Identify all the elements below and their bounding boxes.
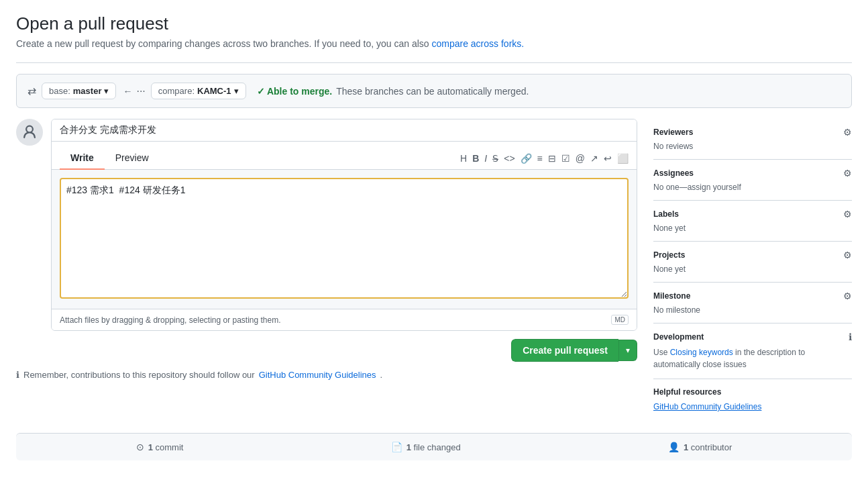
tab-preview[interactable]: Preview (105, 147, 160, 170)
merge-check-icon: ✓ Able to merge. (257, 86, 333, 97)
compare-branch-name: KAMC-1 (197, 86, 231, 96)
projects-title: Projects (653, 250, 685, 260)
task-list-icon[interactable]: ☑ (561, 153, 570, 164)
assignees-header: Assignees ⚙ (653, 168, 852, 179)
compare-chevron-icon: ▾ (234, 86, 239, 96)
textarea-wrapper: #123 需求1 #124 研发任务1 (52, 170, 637, 309)
reviewers-gear-icon[interactable]: ⚙ (843, 127, 852, 138)
labels-header: Labels ⚙ (653, 209, 852, 219)
pr-form: Write Preview H B I S̶ <> 🔗 ≡ ⊟ ☑ (51, 119, 637, 331)
commits-text: 1 commit (148, 442, 184, 452)
base-branch-select[interactable]: base: master ▾ (42, 83, 116, 99)
toolbar: H B I S̶ <> 🔗 ≡ ⊟ ☑ @ ↗ ↩ ⬜ (460, 153, 629, 164)
development-text: Use Closing keywords in the description … (653, 346, 852, 370)
labels-section: Labels ⚙ None yet (653, 201, 852, 242)
branch-bar: ⇄ base: master ▾ ← ··· compare: KAMC-1 ▾… (16, 74, 852, 108)
avatar (16, 119, 43, 146)
contributors-text: 1 contributor (684, 442, 732, 452)
footer-text: Remember, contributions to this reposito… (23, 370, 255, 380)
compare-branch-select[interactable]: compare: KAMC-1 ▾ (151, 83, 246, 99)
more-options-icon[interactable]: ··· (136, 85, 145, 97)
commits-icon: ⊙ (136, 442, 144, 452)
undo-icon[interactable]: ↩ (604, 153, 612, 164)
merge-status: ✓ Able to merge. These branches can be a… (257, 86, 529, 97)
labels-value: None yet (653, 223, 852, 233)
attach-text: Attach files by dragging & dropping, sel… (60, 315, 281, 325)
projects-section: Projects ⚙ None yet (653, 242, 852, 283)
tab-bar: Write Preview H B I S̶ <> 🔗 ≡ ⊟ ☑ (52, 142, 637, 170)
milestone-value: No milestone (653, 305, 852, 315)
reviewers-section: Reviewers ⚙ No reviews (653, 119, 852, 160)
files-icon: 📄 (391, 442, 402, 452)
code-icon[interactable]: <> (504, 153, 514, 164)
fullscreen-icon[interactable]: ⬜ (617, 153, 629, 164)
helpful-resources-section: Helpful resources GitHub Community Guide… (653, 379, 852, 419)
left-panel: Write Preview H B I S̶ <> 🔗 ≡ ⊟ ☑ (16, 119, 637, 419)
development-info-icon: ℹ (849, 332, 852, 342)
pr-form-row: Write Preview H B I S̶ <> 🔗 ≡ ⊟ ☑ (16, 119, 637, 331)
bold-icon[interactable]: B (472, 153, 479, 164)
assignees-title: Assignees (653, 168, 694, 178)
projects-gear-icon[interactable]: ⚙ (843, 250, 852, 260)
compare-label: compare: (158, 86, 195, 96)
page-subtitle: Create a new pull request by comparing c… (16, 38, 852, 49)
contributors-stat: 👤 1 contributor (668, 442, 732, 452)
compare-forks-link[interactable]: compare across forks. (431, 38, 524, 49)
pr-title-input[interactable] (52, 119, 637, 142)
attach-bar: Attach files by dragging & dropping, sel… (52, 309, 637, 330)
base-label: base: (49, 86, 70, 96)
assignees-gear-icon[interactable]: ⚙ (843, 168, 852, 179)
base-chevron-icon: ▾ (104, 86, 109, 96)
create-pull-request-dropdown-button[interactable]: ▾ (618, 340, 637, 361)
footer-period: . (380, 370, 383, 380)
info-icon: ℹ (16, 370, 19, 380)
base-branch-name: master (73, 86, 102, 96)
switch-branches-icon: ⇄ (28, 85, 36, 97)
helpful-resources-link[interactable]: GitHub Community Guidelines (653, 402, 761, 411)
assignees-section: Assignees ⚙ No one—assign yourself (653, 160, 852, 201)
italic-icon[interactable]: I (484, 153, 487, 164)
reviewers-value: No reviews (653, 142, 852, 151)
create-pull-request-button-group: Create pull request ▾ (511, 339, 637, 362)
main-content: Write Preview H B I S̶ <> 🔗 ≡ ⊟ ☑ (16, 119, 852, 419)
development-title: Development (653, 332, 704, 342)
closing-keywords-link[interactable]: Closing keywords (670, 348, 733, 357)
milestone-title: Milestone (653, 291, 690, 301)
unordered-list-icon[interactable]: ≡ (537, 153, 543, 164)
projects-header: Projects ⚙ (653, 250, 852, 260)
development-header: Development ℹ (653, 332, 852, 342)
mention-icon[interactable]: @ (576, 153, 585, 164)
heading-icon[interactable]: H (460, 153, 467, 164)
development-section: Development ℹ Use Closing keywords in th… (653, 323, 852, 379)
tab-write[interactable]: Write (60, 147, 105, 170)
right-panel: Reviewers ⚙ No reviews Assignees ⚙ No on… (653, 119, 852, 419)
create-pull-request-button[interactable]: Create pull request (511, 339, 618, 362)
link-icon[interactable]: 🔗 (521, 153, 532, 164)
milestone-gear-icon[interactable]: ⚙ (843, 291, 852, 301)
milestone-section: Milestone ⚙ No milestone (653, 283, 852, 323)
reference-icon[interactable]: ↗ (590, 153, 598, 164)
markdown-badge: MD (611, 315, 629, 325)
ordered-list-icon[interactable]: ⊟ (548, 153, 556, 164)
commits-stat: ⊙ 1 commit (136, 442, 184, 452)
bottom-bar: ⊙ 1 commit 📄 1 file changed 👤 1 contribu… (16, 433, 852, 460)
files-stat: 📄 1 file changed (391, 442, 461, 452)
labels-gear-icon[interactable]: ⚙ (843, 209, 852, 219)
swap-icon[interactable]: ← (123, 86, 132, 97)
header-divider (16, 62, 852, 63)
merge-text: These branches can be automatically merg… (336, 86, 529, 97)
community-guidelines-link[interactable]: GitHub Community Guidelines (259, 370, 376, 380)
projects-value: None yet (653, 264, 852, 274)
pr-body-textarea[interactable]: #123 需求1 #124 研发任务1 (60, 178, 629, 299)
files-text: 1 file changed (406, 442, 461, 452)
labels-title: Labels (653, 209, 679, 219)
assignees-value: No one—assign yourself (653, 183, 852, 192)
milestone-header: Milestone ⚙ (653, 291, 852, 301)
contributors-icon: 👤 (668, 442, 680, 452)
footer-note: ℹ Remember, contributions to this reposi… (16, 370, 637, 380)
strikethrough-icon[interactable]: S̶ (492, 153, 498, 164)
submit-row: Create pull request ▾ (16, 339, 637, 362)
helpful-resources-title: Helpful resources (653, 387, 852, 397)
reviewers-title: Reviewers (653, 128, 693, 137)
avatar-icon (21, 124, 38, 140)
